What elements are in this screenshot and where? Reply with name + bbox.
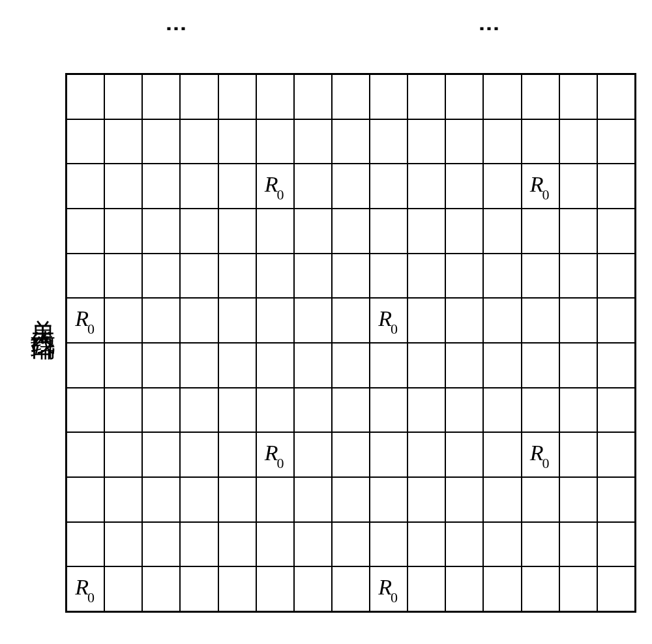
grid-cell	[104, 566, 142, 611]
grid-cell	[142, 119, 180, 164]
grid-cell	[256, 119, 294, 164]
grid-cell	[332, 566, 370, 611]
grid-cell	[483, 298, 521, 343]
grid-cell	[180, 432, 218, 477]
grid-cell	[294, 477, 332, 522]
grid-cell	[483, 522, 521, 567]
grid-cell	[67, 477, 104, 522]
grid-cell	[408, 164, 445, 209]
grid-cell	[597, 388, 635, 433]
grid-cell	[142, 74, 180, 119]
grid-cell	[559, 209, 597, 254]
grid-cell	[370, 477, 408, 522]
grid-cell	[180, 566, 218, 611]
y-axis-label: 单天线端口	[26, 300, 59, 326]
grid-cell	[218, 209, 256, 254]
grid-cell	[294, 74, 332, 119]
grid-cell	[104, 388, 142, 433]
grid-cell	[218, 74, 256, 119]
grid-cell	[445, 522, 483, 567]
grid-cell	[104, 209, 142, 254]
grid-cell	[294, 522, 332, 567]
grid-cell	[332, 343, 370, 388]
grid-cell	[180, 164, 218, 209]
grid-cell	[180, 343, 218, 388]
grid-cell	[483, 164, 521, 209]
grid-cell	[256, 477, 294, 522]
grid-cell	[294, 432, 332, 477]
grid-cell	[597, 566, 635, 611]
grid-cell	[559, 477, 597, 522]
grid-cell	[408, 477, 445, 522]
grid-cell	[522, 477, 559, 522]
grid-cell	[559, 119, 597, 164]
grid-cell	[67, 74, 104, 119]
grid-cell	[142, 388, 180, 433]
grid-cell	[483, 477, 521, 522]
grid-cell	[597, 298, 635, 343]
grid-cell	[522, 343, 559, 388]
grid-cell	[67, 119, 104, 164]
grid-cell	[294, 298, 332, 343]
grid-cell: R0	[522, 164, 559, 209]
grid-cell	[370, 254, 408, 299]
grid-cell	[597, 119, 635, 164]
grid-cell	[104, 254, 142, 299]
grid-cell	[332, 388, 370, 433]
grid-cell	[522, 388, 559, 433]
grid-cell	[218, 522, 256, 567]
grid-cell	[180, 119, 218, 164]
grid-cell	[408, 343, 445, 388]
grid-cell	[142, 343, 180, 388]
grid-cell	[218, 298, 256, 343]
grid-cell	[256, 343, 294, 388]
grid-cell	[142, 298, 180, 343]
grid-cell	[370, 343, 408, 388]
grid-cell	[256, 298, 294, 343]
grid-cell	[256, 209, 294, 254]
continuation-dots-right: ⋮	[485, 18, 494, 37]
grid-cell	[408, 254, 445, 299]
grid-cell: R0	[522, 432, 559, 477]
grid-cell	[445, 209, 483, 254]
reference-symbol: R0	[378, 575, 399, 604]
reference-symbol: R0	[530, 172, 551, 201]
grid-cell	[180, 477, 218, 522]
grid-cell	[256, 74, 294, 119]
grid-cell	[522, 119, 559, 164]
grid-cell	[332, 298, 370, 343]
grid-cell	[332, 477, 370, 522]
grid-cell	[408, 119, 445, 164]
grid-cell	[483, 74, 521, 119]
grid-cell	[597, 254, 635, 299]
grid-cell	[445, 566, 483, 611]
grid-cell	[483, 566, 521, 611]
grid-cell	[218, 477, 256, 522]
grid-cell	[483, 119, 521, 164]
grid-cell	[67, 254, 104, 299]
grid-cell	[332, 522, 370, 567]
grid-cell	[180, 74, 218, 119]
grid-cell	[294, 566, 332, 611]
grid-cell	[294, 254, 332, 299]
grid-cell	[483, 254, 521, 299]
grid-cell	[104, 164, 142, 209]
grid-cell	[370, 119, 408, 164]
grid-cell	[218, 254, 256, 299]
grid-cell	[67, 522, 104, 567]
grid-cell	[408, 74, 445, 119]
grid-cell	[445, 164, 483, 209]
grid-cell	[294, 164, 332, 209]
continuation-dots-left: ⋮	[172, 18, 181, 37]
grid-cell	[559, 522, 597, 567]
grid-cell	[522, 209, 559, 254]
grid-cell	[142, 164, 180, 209]
grid-cell	[104, 119, 142, 164]
grid-cell	[445, 477, 483, 522]
grid-cell	[332, 209, 370, 254]
grid-cell	[522, 522, 559, 567]
grid-cell	[559, 343, 597, 388]
grid-cell	[559, 254, 597, 299]
grid-cell	[294, 388, 332, 433]
grid-cell	[408, 566, 445, 611]
